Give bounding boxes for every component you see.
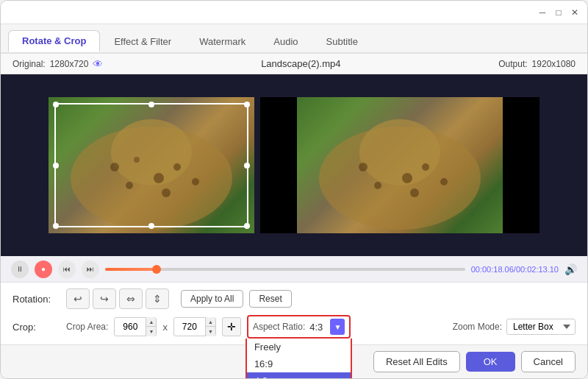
width-down-button[interactable]: ▼ [146, 327, 156, 336]
rotate-left-button[interactable]: ↩ [66, 288, 90, 309]
aspect-ratio-container: Aspect Ratio: 4:3 ▼ Freely 16:9 4:3 1:1 … [247, 315, 351, 339]
original-value: 1280x720 [50, 59, 89, 69]
rotation-buttons: ↩ ↪ ⇔ ⇕ [66, 288, 169, 309]
aspect-ratio-label: Aspect Ratio: [253, 322, 305, 332]
progress-thumb[interactable] [152, 265, 161, 274]
pause-button[interactable]: ⏸ [11, 261, 29, 278]
original-label: Original: [12, 59, 46, 69]
zoom-mode-label: Zoom Mode: [453, 322, 502, 332]
video-container [1, 74, 587, 256]
aspect-option-4-3[interactable]: 4:3 [247, 372, 351, 379]
rotate-right-button[interactable]: ↪ [93, 288, 116, 309]
eye-icon[interactable]: 👁 [93, 58, 103, 70]
video-right-inner [260, 97, 539, 233]
info-bar: Original: 1280x720 👁 Landscape(2).mp4 Ou… [1, 54, 587, 74]
progress-fill [105, 268, 159, 271]
crop-height-input[interactable] [174, 318, 205, 336]
letterbox-right [503, 97, 539, 233]
rotation-label: Rotation: [12, 294, 60, 305]
stop-icon: ● [41, 265, 46, 273]
playback-bar: ⏸ ● ⏮ ⏭ 00:00:18.06/00:02:13.10 🔊 [1, 256, 587, 283]
controls-area: Rotation: ↩ ↪ ⇔ ⇕ Apply to All Reset Cro [1, 283, 587, 344]
reset-button[interactable]: Reset [249, 290, 291, 308]
time-total: 00:02:13.10 [516, 265, 559, 274]
tab-effect-filter[interactable]: Effect & Filter [100, 31, 185, 52]
letterbox-left [260, 97, 297, 233]
crop-label: Crop: [12, 322, 60, 333]
progress-track[interactable] [105, 268, 465, 271]
info-left: Original: 1280x720 👁 [12, 58, 103, 70]
svg-rect-9 [49, 97, 254, 233]
main-window: ─ □ ✕ Rotate & Crop Effect & Filter Wate… [0, 0, 588, 379]
tab-rotate-crop[interactable]: Rotate & Crop [8, 30, 100, 52]
title-bar: ─ □ ✕ [1, 1, 587, 24]
ok-button[interactable]: OK [466, 352, 515, 372]
step-fwd-button[interactable]: ⏭ [82, 261, 99, 278]
lock-aspect-button[interactable]: ✛ [222, 317, 241, 336]
step-back-icon: ⏮ [63, 265, 71, 273]
aspect-ratio-value: 4:3 [309, 322, 323, 333]
height-up-button[interactable]: ▲ [205, 317, 215, 327]
crop-area-label: Crop Area: [66, 322, 108, 332]
aspect-option-freely[interactable]: Freely [247, 339, 351, 355]
volume-icon[interactable]: 🔊 [564, 263, 577, 275]
step-fwd-icon: ⏭ [87, 265, 94, 273]
flip-h-icon: ⇔ [126, 293, 135, 305]
minimize-button[interactable]: ─ [537, 7, 548, 18]
x-divider: x [162, 322, 168, 333]
video-frame-left [49, 97, 254, 233]
crop-width-spinbox[interactable]: ▲ ▼ [114, 317, 157, 336]
cheetah-overlay-left [49, 97, 254, 233]
tab-bar: Rotate & Crop Effect & Filter Watermark … [1, 24, 587, 54]
aspect-dropdown-arrow[interactable]: ▼ [330, 319, 345, 335]
aspect-option-16-9[interactable]: 16:9 [247, 355, 351, 372]
stop-button[interactable]: ● [35, 261, 52, 278]
rotate-right-icon: ↪ [100, 293, 109, 305]
width-arrows: ▲ ▼ [146, 317, 156, 336]
width-up-button[interactable]: ▲ [146, 317, 156, 327]
tab-subtitle[interactable]: Subtitle [312, 31, 372, 52]
aspect-ratio-selector[interactable]: Aspect Ratio: 4:3 ▼ [247, 315, 351, 339]
crop-row: Crop: Crop Area: ▲ ▼ x ▲ ▼ ✛ [12, 315, 576, 339]
apply-all-button[interactable]: Apply to All [181, 290, 243, 308]
step-back-button[interactable]: ⏮ [58, 261, 76, 278]
window-controls: ─ □ ✕ [537, 7, 580, 18]
svg-rect-18 [297, 97, 503, 233]
flip-v-icon: ⇕ [153, 293, 162, 305]
output-value: 1920x1080 [532, 59, 576, 69]
height-down-button[interactable]: ▼ [205, 327, 215, 336]
video-preview-left [49, 97, 254, 233]
info-right: Output: 1920x1080 [498, 59, 576, 69]
zoom-mode-select[interactable]: Letter BoxPan & ScanFull [506, 319, 576, 335]
zoom-mode-area: Zoom Mode: Letter BoxPan & ScanFull [453, 319, 576, 335]
height-arrows: ▲ ▼ [205, 317, 215, 336]
rotation-row: Rotation: ↩ ↪ ⇔ ⇕ Apply to All Reset [12, 288, 576, 309]
flip-h-button[interactable]: ⇔ [119, 288, 143, 309]
time-display: 00:00:18.06/00:02:13.10 [471, 265, 559, 274]
tab-audio[interactable]: Audio [259, 31, 312, 52]
rotate-left-icon: ↩ [74, 293, 82, 305]
output-label: Output: [498, 59, 527, 69]
aspect-dropdown-list: Freely 16:9 4:3 1:1 9:16 [245, 339, 352, 379]
cancel-button[interactable]: Cancel [521, 351, 576, 372]
pause-icon: ⏸ [16, 265, 24, 273]
maximize-button[interactable]: □ [553, 7, 564, 18]
crop-height-spinbox[interactable]: ▲ ▼ [173, 317, 216, 336]
video-right-center [297, 97, 503, 233]
video-area [1, 74, 587, 256]
crop-width-input[interactable] [115, 318, 146, 336]
reset-all-button[interactable]: Reset All Edits [373, 351, 460, 372]
cheetah-overlay-right [297, 97, 503, 233]
video-preview-right [260, 97, 539, 233]
close-button[interactable]: ✕ [570, 7, 580, 18]
flip-v-button[interactable]: ⇕ [146, 288, 169, 309]
tab-watermark[interactable]: Watermark [185, 31, 259, 52]
time-current: 00:00:18.06 [471, 265, 514, 274]
filename: Landscape(2).mp4 [261, 58, 340, 69]
